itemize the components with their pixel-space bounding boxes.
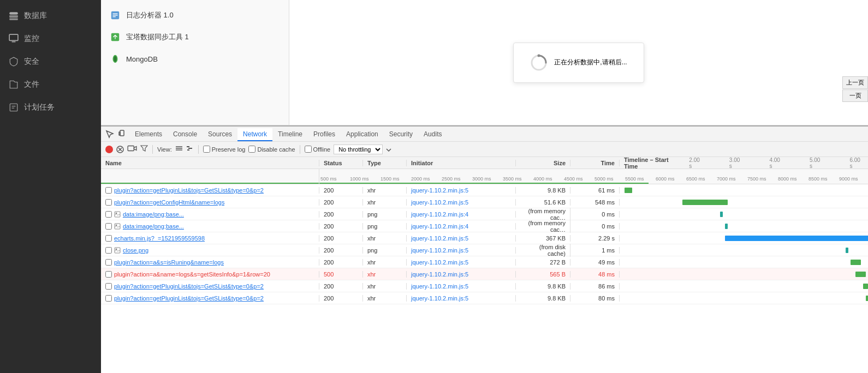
record-button[interactable] (105, 146, 113, 153)
separator-1 (152, 145, 153, 154)
row-timeline-3 (620, 222, 868, 231)
initiator-link-9[interactable]: jquery-1.10.2.min.js:5 (411, 295, 468, 302)
row-checkbox-2[interactable] (105, 211, 112, 218)
row-size-0: 9.8 KB (516, 187, 570, 194)
row-name-3: data:image/png;base... (101, 223, 319, 230)
svg-rect-1 (9, 15, 18, 18)
table-row[interactable]: data:image/png;base... 200 png jquery-1.… (101, 220, 868, 232)
row-checkbox-8[interactable] (105, 283, 112, 290)
ruler-4000ms: 4000 ms (533, 176, 564, 182)
plugin-item-log-analyzer[interactable]: 日志分析器 1.0 (101, 4, 289, 26)
disable-cache-checkbox[interactable] (248, 146, 255, 153)
table-row[interactable]: plugin?action=getConfigHtml&name=logs 20… (101, 196, 868, 208)
sidebar-item-tasks[interactable]: 计划任务 (0, 96, 101, 119)
svg-rect-3 (9, 34, 18, 40)
row-size-6: 272 B (516, 259, 570, 266)
initiator-link-2[interactable]: jquery-1.10.2.min.js:4 (411, 211, 468, 218)
table-row[interactable]: data:image/png;base... 200 png jquery-1.… (101, 208, 868, 220)
svg-point-14 (114, 56, 116, 62)
tab-network[interactable]: Network (237, 128, 272, 141)
row-checkbox-6[interactable] (105, 259, 112, 266)
row-initiator-5: jquery-1.10.2.min.js:5 (407, 247, 516, 254)
mongodb-icon (110, 53, 121, 64)
sidebar-item-database[interactable]: 数据库 (0, 4, 101, 27)
filter-icon (140, 145, 148, 152)
top-panel: 日志分析器 1.0 宝塔数据同步工具 1 MongoDB (101, 0, 868, 125)
row-initiator-0: jquery-1.10.2.min.js:5 (407, 187, 516, 194)
sidebar-item-monitor[interactable]: 监控 (0, 27, 101, 50)
database-icon (9, 11, 19, 21)
tab-application[interactable]: Application (341, 128, 384, 141)
devtools-tabs: Elements Console Sources Network Timelin… (129, 127, 866, 141)
tab-profiles[interactable]: Profiles (308, 128, 341, 141)
throttling-dropdown-button[interactable] (386, 146, 391, 153)
initiator-link-3[interactable]: jquery-1.10.2.min.js:4 (411, 223, 468, 230)
prev-page-button[interactable]: 上一页 (842, 76, 868, 89)
tab-elements[interactable]: Elements (129, 128, 168, 141)
initiator-link-5[interactable]: jquery-1.10.2.min.js:5 (411, 247, 468, 254)
table-row[interactable]: plugin?action=getPluginList&tojs=GetSLis… (101, 184, 868, 196)
initiator-link-4[interactable]: jquery-1.10.2.min.js:5 (411, 235, 468, 242)
plugin-item-data-sync[interactable]: 宝塔数据同步工具 1 (101, 26, 289, 48)
svg-rect-0 (9, 12, 18, 15)
sidebar-item-security[interactable]: 安全 (0, 50, 101, 73)
svg-rect-22 (128, 146, 134, 151)
row-checkbox-4[interactable] (105, 235, 112, 242)
tab-console[interactable]: Console (168, 128, 203, 141)
row-type-9: xhr (363, 295, 407, 302)
row-size-1: 51.6 KB (516, 199, 570, 206)
table-row[interactable]: close.png 200 png jquery-1.10.2.min.js:5… (101, 244, 868, 256)
tab-sources[interactable]: Sources (203, 128, 237, 141)
row-url-0: plugin?action=getPluginList&tojs=GetSLis… (114, 187, 264, 194)
capture-screenshots-button[interactable] (127, 145, 137, 154)
offline-checkbox-label[interactable]: Offline (305, 146, 331, 153)
disable-cache-checkbox-label[interactable]: Disable cache (248, 146, 295, 153)
list-view-button[interactable] (175, 145, 183, 153)
row-status-7: 500 (319, 271, 363, 278)
table-row[interactable]: plugin?action=a&s=isRuning&name=logs 200… (101, 256, 868, 268)
initiator-link-1[interactable]: jquery-1.10.2.min.js:5 (411, 199, 468, 206)
row-checkbox-1[interactable] (105, 199, 112, 206)
throttling-select[interactable]: No throttling (334, 145, 383, 154)
table-row[interactable]: echarts.min.js?_=1521959559598 200 xhr j… (101, 232, 868, 244)
tab-timeline[interactable]: Timeline (272, 128, 308, 141)
table-row[interactable]: plugin?action=a&name=logs&s=getSitesInfo… (101, 268, 868, 280)
row-url-9: plugin?action=getPluginList&tojs=GetSLis… (114, 295, 264, 302)
table-row[interactable]: plugin?action=getPluginList&tojs=GetSLis… (101, 292, 868, 304)
device-toolbar-button[interactable] (116, 128, 129, 141)
initiator-link-0[interactable]: jquery-1.10.2.min.js:5 (411, 187, 468, 194)
initiator-link-8[interactable]: jquery-1.10.2.min.js:5 (411, 283, 468, 290)
filter-button[interactable] (140, 145, 148, 153)
row-checkbox-5[interactable] (105, 247, 112, 254)
tab-security[interactable]: Security (384, 128, 418, 141)
tab-audits[interactable]: Audits (418, 128, 447, 141)
row-checkbox-3[interactable] (105, 223, 112, 230)
row-time-4: 2.29 s (570, 235, 620, 242)
preserve-log-checkbox-label[interactable]: Preserve log (203, 146, 246, 153)
inspect-element-button[interactable] (103, 128, 116, 141)
table-row[interactable]: plugin?action=getPluginList&tojs=GetSLis… (101, 280, 868, 292)
row-checkbox-0[interactable] (105, 187, 112, 194)
initiator-link-7[interactable]: jquery-1.10.2.min.js:5 (411, 271, 468, 278)
devtools-panel: Elements Console Sources Network Timelin… (101, 125, 868, 373)
row-status-0: 200 (319, 187, 363, 194)
sidebar-item-files[interactable]: 文件 (0, 73, 101, 96)
clear-button[interactable] (116, 146, 124, 153)
waterfall-view-button[interactable] (186, 145, 194, 153)
image-icon (114, 223, 121, 230)
ruler-7000ms: 7000 ms (717, 176, 747, 182)
svg-rect-26 (187, 146, 189, 147)
row-checkbox-7[interactable] (105, 271, 112, 278)
initiator-link-6[interactable]: jquery-1.10.2.min.js:5 (411, 259, 468, 266)
offline-checkbox[interactable] (305, 146, 312, 153)
row-url-6: plugin?action=a&s=isRuning&name=logs (114, 259, 224, 266)
separator-3 (300, 145, 300, 154)
row-name-0: plugin?action=getPluginList&tojs=GetSLis… (101, 187, 319, 194)
col-header-name: Name (101, 160, 319, 166)
row-time-0: 61 ms (570, 187, 620, 194)
row-checkbox-9[interactable] (105, 295, 112, 302)
ruler-left-spacer (101, 169, 319, 184)
next-page-button[interactable]: 一页 (842, 89, 868, 102)
plugin-item-mongodb[interactable]: MongoDB (101, 48, 289, 70)
preserve-log-checkbox[interactable] (203, 146, 210, 153)
